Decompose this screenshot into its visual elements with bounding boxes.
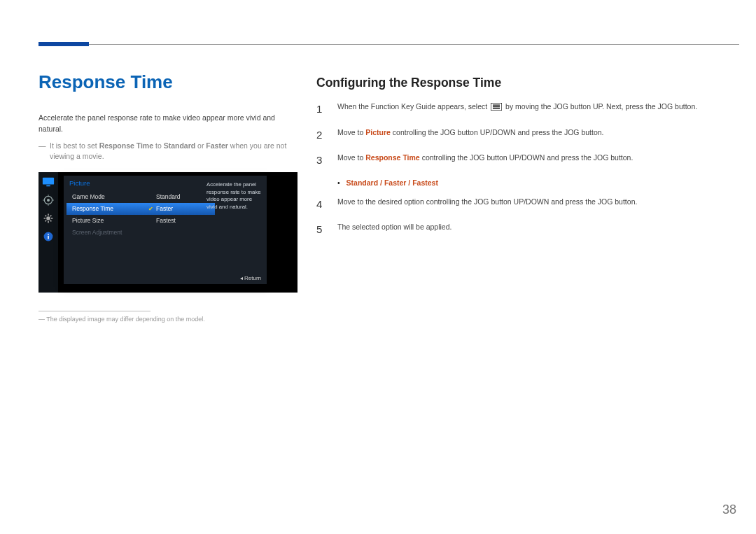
step-text: When the Function Key Guide appears, sel… [337, 101, 697, 113]
option-faster: Faster [384, 178, 407, 187]
osd-option: Fastest [146, 215, 215, 227]
osd-menu-item-selected: Response Time [66, 203, 146, 215]
note-bold-standard: Standard [164, 141, 196, 150]
step-number: 3 [316, 153, 326, 169]
step-row: 2 Move to Picture controlling the JOG bu… [316, 127, 732, 143]
menu-icon [491, 103, 502, 111]
step-row: 3 Move to Response Time controlling the … [316, 153, 732, 169]
options-line: • Standard / Faster / Fastest [337, 178, 732, 187]
step-number: 2 [316, 127, 326, 143]
footnote-rule [38, 311, 150, 311]
target-icon [42, 195, 55, 206]
osd-return-label: Return [240, 275, 261, 281]
svg-rect-0 [43, 178, 54, 185]
svg-rect-9 [493, 104, 500, 105]
monitor-icon [42, 176, 55, 188]
intro-text: Accelerate the panel response rate to ma… [38, 113, 298, 135]
header-accent-bar [38, 42, 89, 46]
note-text: It is best to set Response Time to Stand… [38, 141, 298, 163]
section-title: Response Time [38, 71, 298, 93]
step-fragment: Move to [337, 128, 365, 136]
note-bold-faster: Faster [206, 141, 228, 150]
osd-menu-item: Game Mode [66, 191, 146, 203]
step-text: Move to Picture controlling the JOG butt… [337, 127, 604, 139]
footnote-text: The displayed image may differ depending… [38, 316, 298, 323]
svg-point-4 [46, 216, 50, 220]
osd-sidebar [38, 172, 58, 293]
page-number: 38 [722, 503, 736, 517]
step-fragment: When the Function Key Guide appears, sel… [337, 102, 489, 111]
info-icon [42, 231, 55, 242]
svg-rect-10 [493, 106, 500, 107]
subsection-title: Configuring the Response Time [316, 76, 732, 90]
option-standard: Standard [346, 178, 379, 187]
osd-screenshot: ▴ Picture Game Mode Response Time Pictur… [38, 172, 298, 293]
option-fastest: Fastest [412, 178, 438, 187]
svg-rect-6 [48, 236, 49, 239]
osd-submenu-list: Standard Faster Fastest [146, 191, 215, 227]
osd-option-selected: Faster [146, 203, 215, 215]
step-number: 5 [316, 222, 326, 238]
osd-menu-list: Game Mode Response Time Picture Size Scr… [66, 191, 146, 239]
step-fragment: by moving the JOG button UP. Next, press… [505, 102, 697, 111]
note-bold-response-time: Response Time [99, 141, 153, 150]
osd-panel: Picture Game Mode Response Time Picture … [64, 176, 267, 284]
step-fragment: controlling the JOG button UP/DOWN and p… [422, 153, 634, 162]
highlight-response-time: Response Time [365, 153, 419, 162]
svg-point-3 [47, 199, 50, 202]
step-fragment: controlling the JOG button UP/DOWN and p… [393, 128, 604, 136]
right-column: Configuring the Response Time 1 When the… [316, 76, 732, 248]
step-text: The selected option will be applied. [337, 222, 451, 233]
step-row: 5 The selected option will be applied. [316, 222, 732, 238]
step-number: 4 [316, 197, 326, 213]
osd-menu-item-disabled: Screen Adjustment [66, 227, 146, 239]
gear-icon [42, 213, 55, 224]
step-text: Move to Response Time controlling the JO… [337, 153, 633, 164]
step-row: 4 Move to the desired option controlling… [316, 197, 732, 213]
note-fragment: or [197, 141, 206, 150]
svg-rect-7 [48, 234, 49, 235]
note-fragment: It is best to set [50, 141, 99, 150]
step-fragment: Move to [337, 153, 365, 162]
bullet: • [337, 178, 340, 187]
osd-help-text: Accelerate the panel response rate to ma… [206, 181, 262, 211]
step-row: 1 When the Function Key Guide appears, s… [316, 101, 732, 118]
left-column: Response Time Accelerate the panel respo… [38, 71, 298, 323]
step-number: 1 [316, 101, 326, 118]
osd-option: Standard [146, 191, 215, 203]
step-text: Move to the desired option controlling t… [337, 197, 637, 208]
osd-menu-item: Picture Size [66, 215, 146, 227]
highlight-picture: Picture [365, 128, 391, 136]
svg-rect-11 [493, 108, 500, 108]
svg-rect-1 [46, 185, 50, 187]
header-rule [38, 44, 739, 45]
note-fragment: to [155, 141, 164, 150]
